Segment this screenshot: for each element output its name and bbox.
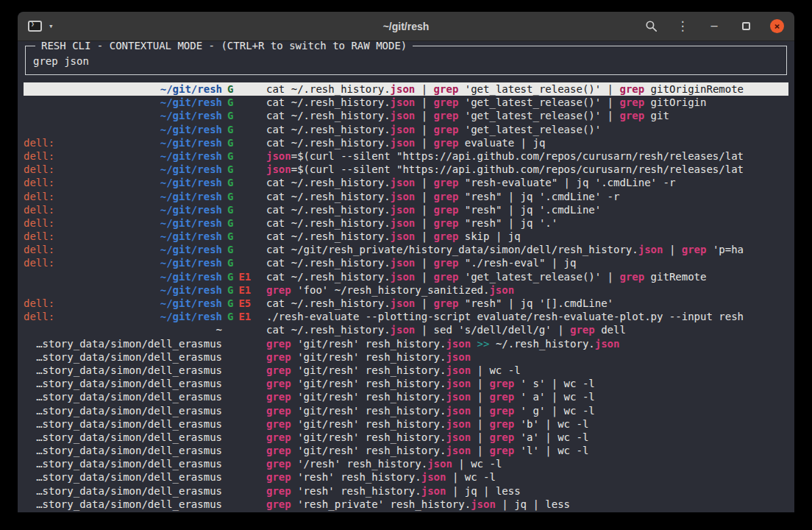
hostpath-cell: dell:~/git/resh (24, 230, 222, 243)
history-row[interactable]: dell:~/git/reshGE1./resh-evaluate --plot… (24, 310, 788, 323)
history-row[interactable]: dell:~/git/reshGE5cat ~/.resh_history.js… (24, 297, 788, 310)
history-row[interactable]: …story_data/simon/dell_erasmusgrep 'git/… (24, 431, 788, 444)
history-row[interactable]: dell:~/git/reshGcat ~/.resh_history.json… (24, 203, 788, 216)
minimize-button[interactable]: – (707, 19, 722, 34)
history-row[interactable]: …story_data/simon/dell_erasmusgrep 'resh… (24, 498, 788, 511)
chevron-down-icon[interactable]: ▾ (49, 22, 54, 30)
history-row[interactable]: dell:~/git/reshGcat ~/.resh_history.json… (24, 176, 788, 189)
command-cell: grep 'git/resh' resh_history.json | grep… (266, 377, 788, 390)
command-segment: json (446, 391, 471, 403)
command-segment: json (391, 257, 416, 269)
command-segment: ' s' | wc -l (514, 378, 595, 389)
command-segment: | (471, 431, 489, 443)
command-cell: grep 'git/resh' resh_history.json | wc -… (266, 364, 788, 377)
history-row[interactable]: …story_data/simon/dell_erasmusgrep 'git/… (24, 444, 788, 457)
command-segment: cat ~/.resh_history. (266, 191, 391, 202)
path-cell: ~/git/resh (160, 190, 222, 203)
host-cell: dell: (24, 230, 54, 243)
command-cell: cat ~/.resh_history.json | grep skip | j… (266, 230, 788, 243)
history-row[interactable]: …story_data/simon/dell_erasmusgrep 'git/… (24, 364, 788, 377)
flags-cell (222, 350, 266, 364)
command-segment: json (446, 351, 471, 363)
restore-button[interactable] (738, 19, 753, 34)
history-row[interactable]: …story_data/simon/dell_erasmusgrep 'git/… (24, 337, 788, 350)
path-cell: ~/git/resh (160, 163, 222, 176)
history-row[interactable]: dell:~/git/reshGcat ~/.resh_history.json… (24, 256, 788, 269)
command-segment: json (446, 431, 471, 443)
command-segment: json (391, 297, 416, 309)
history-row[interactable]: …story_data/simon/dell_erasmusgrep 'resh… (24, 484, 788, 498)
command-segment: grep (434, 230, 459, 242)
history-row[interactable]: dell:~/git/reshGjson=$(curl --silent "ht… (24, 163, 788, 176)
command-segment: | (415, 217, 433, 229)
hostpath-cell: …story_data/simon/dell_erasmus (24, 484, 222, 498)
hostpath-cell: dell:~/git/resh (24, 256, 222, 269)
search-icon[interactable] (644, 19, 658, 34)
history-row[interactable]: dell:~/git/reshGcat ~/.resh_history.json… (24, 216, 788, 230)
history-row[interactable]: …story_data/simon/dell_erasmusgrep 'git/… (24, 350, 788, 364)
history-row[interactable]: dell:~/git/reshGjson=$(curl --silent "ht… (24, 149, 788, 163)
command-segment: grep (266, 284, 291, 296)
command-segment (471, 338, 477, 350)
flags-cell: GE1 (222, 283, 266, 297)
menu-kebab-icon[interactable]: ⋮ (675, 19, 690, 34)
path-cell: ~/git/resh (160, 203, 222, 216)
terminal-app-icon[interactable]: ❯ (28, 21, 42, 32)
git-flag: G (227, 124, 233, 135)
command-segment: json (391, 191, 416, 202)
command-cell: cat ~/.resh_history.json | grep "resh" |… (266, 216, 788, 230)
command-segment: grep (266, 418, 291, 430)
history-row[interactable]: ~/git/reshGcat ~/.resh_history.json | gr… (24, 82, 788, 96)
command-segment: cat ~/.resh_history. (266, 230, 391, 242)
search-query-input[interactable]: grep json (33, 55, 779, 67)
history-row[interactable]: …story_data/simon/dell_erasmusgrep 'git/… (24, 417, 788, 431)
history-row[interactable]: …story_data/simon/dell_erasmusgrep 'git/… (24, 390, 788, 403)
command-segment: 'p=ha (706, 244, 744, 255)
hostpath-cell: …story_data/simon/dell_erasmus (24, 431, 222, 444)
history-row[interactable]: …story_data/simon/dell_erasmusgrep 'git/… (24, 377, 788, 390)
history-row[interactable]: dell:~/git/reshGcat ~/git/resh_private/h… (24, 243, 788, 256)
history-row[interactable]: …story_data/simon/dell_erasmusgrep 'resh… (24, 470, 788, 484)
command-segment: json (391, 177, 416, 188)
titlebar: ❯ ▾ ~/git/resh ⋮ – × (18, 12, 794, 41)
command-segment: cat ~/.resh_history. (266, 257, 391, 269)
history-row[interactable]: …story_data/simon/dell_erasmusgrep 'git/… (24, 404, 788, 417)
history-row[interactable]: dell:~/git/reshGcat ~/.resh_history.json… (24, 136, 788, 149)
command-segment: 'a' | wc -l (514, 431, 588, 443)
history-row[interactable]: dell:~/git/reshGcat ~/.resh_history.json… (24, 190, 788, 203)
command-segment: grep (266, 391, 291, 403)
close-button[interactable]: × (770, 19, 784, 33)
history-row[interactable]: ~/git/reshGcat ~/.resh_history.json | gr… (24, 109, 788, 122)
command-cell: cat ~/.resh_history.json | grep 'get_lat… (266, 82, 788, 96)
command-segment: grep (489, 405, 514, 417)
command-segment: grep (434, 297, 459, 309)
history-row[interactable]: ~/git/reshGcat ~/.resh_history.json | gr… (24, 96, 788, 109)
path-cell: …story_data/simon/dell_erasmus (36, 404, 222, 417)
command-segment: 'foo' ~/resh_history_sanitized. (291, 284, 490, 296)
command-cell: ./resh-evaluate --plotting-script evalua… (266, 310, 788, 323)
history-row[interactable]: ~/git/reshGE1grep 'foo' ~/resh_history_s… (24, 283, 788, 297)
exit-status-flag: E1 (238, 271, 251, 283)
command-segment: json (446, 405, 471, 417)
command-segment: | (471, 391, 489, 403)
command-segment: | (415, 124, 433, 135)
git-flag: G (227, 257, 233, 269)
history-row[interactable]: ~cat ~/.resh_history.json | sed 's/dell/… (24, 323, 788, 336)
command-segment: 'git/resh' resh_history. (291, 364, 446, 376)
hostpath-cell: ~/git/resh (24, 270, 222, 283)
history-row[interactable]: …story_data/simon/dell_erasmusgrep '/res… (24, 457, 788, 470)
path-cell: …story_data/simon/dell_erasmus (36, 350, 222, 364)
path-cell: …story_data/simon/dell_erasmus (36, 484, 222, 498)
command-segment: json (391, 124, 416, 135)
command-cell: cat ~/.resh_history.json | sed 's/dell/d… (266, 323, 788, 336)
history-row[interactable]: dell:~/git/reshGcat ~/.resh_history.json… (24, 230, 788, 243)
command-segment: cat ~/.resh_history. (266, 297, 391, 309)
command-segment: json (391, 110, 416, 121)
history-row[interactable]: ~/git/reshGE1cat ~/.resh_history.json | … (24, 270, 788, 283)
path-cell: ~/git/resh (160, 243, 222, 256)
history-row[interactable]: ~/git/reshGcat ~/.resh_history.json | gr… (24, 123, 788, 136)
host-cell: dell: (24, 216, 54, 230)
command-segment: 'resh' resh_history. (291, 471, 421, 483)
command-segment: json (446, 364, 471, 376)
hostpath-cell: ~ (24, 323, 222, 336)
